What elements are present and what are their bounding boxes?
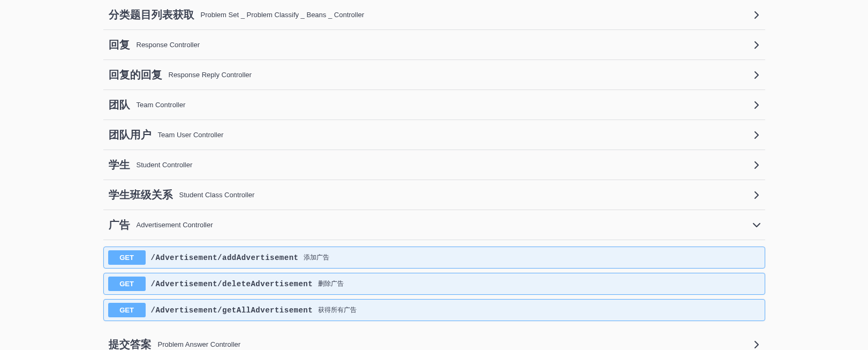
chevron-right-icon (751, 130, 762, 140)
chevron-down-icon (751, 220, 762, 230)
tag-row[interactable]: 广告Advertisement Controller (103, 210, 765, 240)
tag-row[interactable]: 团队Team Controller (103, 90, 765, 120)
tag-title: 广告 (109, 218, 130, 232)
tag-row[interactable]: 回复Response Controller (103, 30, 765, 60)
operation-description: 删除广告 (318, 279, 344, 288)
chevron-right-icon (751, 40, 762, 50)
chevron-right-icon (751, 100, 762, 110)
tag-row[interactable]: 学生Student Controller (103, 150, 765, 180)
tag-description: Student Class Controller (179, 191, 751, 199)
operation-summary[interactable]: GET/Advertisement/getAllAdvertisement获得所… (104, 300, 765, 321)
operation-description: 添加广告 (304, 253, 329, 262)
tag-description: Response Controller (137, 41, 751, 49)
tag-title: 学生 (109, 158, 130, 172)
tag-row[interactable]: 回复的回复Response Reply Controller (103, 60, 765, 90)
tag-description: Student Controller (137, 161, 751, 169)
chevron-right-icon (751, 10, 762, 20)
chevron-right-icon (751, 160, 762, 170)
operation-path: /Advertisement/getAllAdvertisement (151, 306, 313, 315)
operation-path: /Advertisement/deleteAdvertisement (151, 280, 313, 288)
tag-row[interactable]: 团队用户Team User Controller (103, 120, 765, 150)
tag-title: 提交答案 (109, 337, 152, 350)
tag-description: Response Reply Controller (169, 71, 751, 79)
tag-row[interactable]: 分类题目列表获取Problem Set _ Problem Classify _… (103, 0, 765, 30)
method-badge: GET (108, 303, 146, 317)
tag-description: Problem Set _ Problem Classify _ Beans _… (201, 11, 751, 19)
chevron-right-icon (751, 70, 762, 80)
operation-summary[interactable]: GET/Advertisement/deleteAdvertisement删除广… (104, 273, 765, 294)
operation-path: /Advertisement/addAdvertisement (151, 254, 299, 262)
tag-row[interactable]: 学生班级关系Student Class Controller (103, 180, 765, 210)
tag-title: 学生班级关系 (109, 188, 173, 202)
operations-list: GET/Advertisement/addAdvertisement添加广告GE… (103, 240, 765, 330)
method-badge: GET (108, 277, 146, 291)
tag-description: Team Controller (137, 101, 751, 109)
operation-summary[interactable]: GET/Advertisement/addAdvertisement添加广告 (104, 247, 765, 268)
tag-description: Team User Controller (158, 131, 751, 139)
chevron-right-icon (751, 339, 762, 350)
tag-description: Problem Answer Controller (158, 340, 751, 348)
tag-title: 回复的回复 (109, 68, 162, 82)
tag-title: 团队用户 (109, 128, 152, 142)
chevron-right-icon (751, 190, 762, 200)
operation-block[interactable]: GET/Advertisement/deleteAdvertisement删除广… (103, 273, 765, 295)
tag-title: 回复 (109, 38, 130, 52)
method-badge: GET (108, 250, 146, 265)
tag-title: 分类题目列表获取 (109, 8, 194, 22)
tag-description: Advertisement Controller (137, 221, 751, 229)
tag-row[interactable]: 提交答案Problem Answer Controller (103, 330, 765, 350)
operation-block[interactable]: GET/Advertisement/addAdvertisement添加广告 (103, 247, 765, 269)
operation-description: 获得所有广告 (318, 306, 357, 315)
operation-block[interactable]: GET/Advertisement/getAllAdvertisement获得所… (103, 299, 765, 321)
tag-title: 团队 (109, 98, 130, 112)
